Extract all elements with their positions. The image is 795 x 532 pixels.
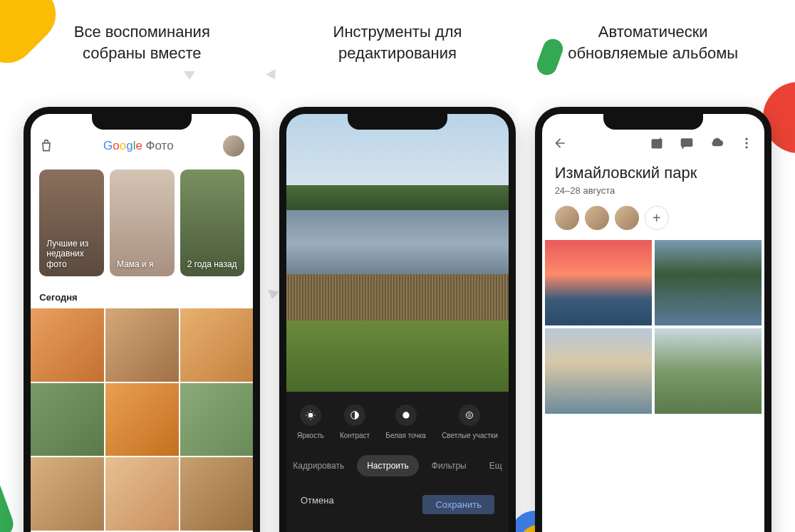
album-title: Измайловский парк bbox=[542, 160, 764, 185]
svg-point-0 bbox=[308, 413, 313, 418]
contrast-icon bbox=[344, 405, 365, 426]
tab-adjust[interactable]: Настроить bbox=[357, 455, 419, 476]
phone-memories: Google Фото Лучшие из недавних фото Мама… bbox=[24, 107, 260, 532]
adjust-label: Светлые участки bbox=[442, 432, 498, 439]
svg-point-2 bbox=[402, 412, 409, 418]
person-avatar[interactable] bbox=[555, 206, 579, 230]
editor-bottom-bar: Отмена Сохранить bbox=[286, 485, 509, 524]
phone-notch bbox=[92, 114, 192, 130]
phone-notch bbox=[348, 114, 447, 130]
photo-thumb[interactable] bbox=[105, 308, 179, 382]
photo-thumb[interactable] bbox=[31, 383, 104, 457]
plus-icon: + bbox=[653, 210, 661, 226]
comment-icon[interactable] bbox=[679, 135, 695, 151]
editor-tabs: Кадрировать Настроить Фильтры Ещ bbox=[286, 447, 509, 485]
headings-row: Все воспоминаниясобраны вместе Инструмен… bbox=[0, 21, 795, 63]
img-grass bbox=[286, 320, 509, 392]
app-name-suffix: Фото bbox=[146, 139, 174, 152]
adjust-label: Белая точка bbox=[385, 432, 426, 439]
heading-1: Все воспоминаниясобраны вместе bbox=[28, 21, 256, 63]
photo-thumb[interactable] bbox=[105, 457, 179, 531]
people-row: + bbox=[542, 206, 764, 240]
section-heading: Сегодня bbox=[31, 282, 253, 308]
app-logo: Google Фото bbox=[61, 139, 216, 153]
story-label: 2 года назад bbox=[187, 259, 237, 269]
story-label: Мама и я bbox=[117, 259, 154, 269]
story-card[interactable]: 2 года назад bbox=[180, 169, 245, 276]
editor-controls: Яркость Контраст Белая точка Светлые уча… bbox=[286, 392, 509, 532]
adjust-contrast[interactable]: Контраст bbox=[340, 405, 370, 439]
add-photo-icon[interactable] bbox=[649, 135, 665, 151]
phones-row: Google Фото Лучшие из недавних фото Мама… bbox=[0, 107, 795, 532]
whitepoint-icon bbox=[395, 405, 417, 426]
album-photo[interactable] bbox=[545, 328, 652, 414]
editor-image[interactable] bbox=[286, 114, 509, 392]
adjustments-row: Яркость Контраст Белая точка Светлые уча… bbox=[286, 392, 509, 447]
tab-crop[interactable]: Кадрировать bbox=[283, 455, 354, 476]
save-button[interactable]: Сохранить bbox=[422, 495, 494, 514]
adjust-whitepoint[interactable]: Белая точка bbox=[385, 405, 426, 439]
cancel-button[interactable]: Отмена bbox=[301, 495, 334, 514]
img-water bbox=[286, 210, 509, 278]
highlights-icon bbox=[459, 405, 480, 426]
album-photo[interactable] bbox=[545, 240, 652, 325]
photo-thumb[interactable] bbox=[31, 457, 104, 531]
adjust-highlights[interactable]: Светлые участки bbox=[442, 405, 498, 439]
back-button[interactable] bbox=[552, 135, 568, 151]
shop-icon[interactable] bbox=[39, 139, 53, 153]
svg-rect-5 bbox=[681, 139, 692, 146]
phone-notch bbox=[603, 114, 703, 130]
photo-thumb[interactable] bbox=[31, 308, 104, 382]
decor-tri bbox=[184, 71, 195, 80]
svg-point-8 bbox=[745, 146, 747, 148]
account-avatar[interactable] bbox=[223, 135, 244, 157]
person-avatar[interactable] bbox=[615, 206, 639, 230]
heading-3: Автоматическиобновляемые альбомы bbox=[539, 21, 767, 63]
tab-more[interactable]: Ещ bbox=[479, 455, 512, 476]
svg-point-6 bbox=[745, 138, 747, 140]
svg-point-7 bbox=[745, 142, 747, 144]
person-avatar[interactable] bbox=[585, 206, 609, 230]
story-label: Лучшие из недавних фото bbox=[46, 239, 97, 269]
story-card[interactable]: Мама и я bbox=[110, 169, 175, 276]
story-card[interactable]: Лучшие из недавних фото bbox=[39, 169, 104, 276]
adjust-label: Яркость bbox=[297, 432, 324, 439]
stories-row: Лучшие из недавних фото Мама и я 2 года … bbox=[31, 164, 253, 282]
more-icon[interactable] bbox=[739, 135, 754, 151]
cloud-icon[interactable] bbox=[709, 135, 724, 151]
album-photo[interactable] bbox=[655, 240, 762, 325]
adjust-brightness[interactable]: Яркость bbox=[297, 405, 324, 439]
album-date: 24–28 августа bbox=[542, 185, 764, 206]
photo-grid bbox=[31, 308, 253, 531]
phone-album: Измайловский парк 24–28 августа + Ваш ко… bbox=[535, 107, 771, 532]
img-trees bbox=[286, 185, 509, 214]
adjust-label: Контраст bbox=[340, 432, 370, 439]
decor-tri bbox=[266, 69, 280, 82]
photo-thumb[interactable] bbox=[105, 383, 179, 457]
photo-thumb[interactable] bbox=[180, 383, 254, 457]
img-reeds bbox=[286, 274, 509, 324]
add-person-button[interactable]: + bbox=[645, 206, 669, 230]
tab-filters[interactable]: Фильтры bbox=[422, 455, 477, 476]
album-grid bbox=[542, 240, 764, 414]
phone-editor: Яркость Контраст Белая точка Светлые уча… bbox=[279, 107, 516, 532]
album-photo[interactable] bbox=[655, 328, 762, 414]
photo-thumb[interactable] bbox=[180, 308, 254, 382]
heading-2: Инструменты дляредактирования bbox=[284, 21, 511, 63]
brightness-icon bbox=[300, 405, 321, 426]
photo-thumb[interactable] bbox=[180, 457, 254, 531]
